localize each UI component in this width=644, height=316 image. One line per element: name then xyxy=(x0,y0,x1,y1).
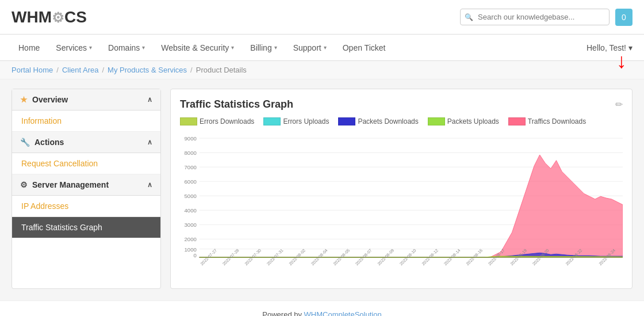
main-nav: Home Services ▾ Domains ▾ Website & Secu… xyxy=(0,35,644,61)
chevron-down-icon: ▾ xyxy=(89,44,92,51)
search-area: 0 xyxy=(460,9,632,26)
breadcrumb-my-products[interactable]: My Products & Services xyxy=(108,66,187,74)
breadcrumb-sep-2: / xyxy=(102,66,104,74)
main-content: Traffic Statistics Graph ✏ Errors Downlo… xyxy=(170,89,632,289)
sidebar-section-actions-title: Actions xyxy=(34,138,64,147)
breadcrumb-client-area[interactable]: Client Area xyxy=(62,66,99,74)
footer: Powered by WHMCompleteSolution xyxy=(0,300,644,316)
content-area: ★ Overview ∧ Information 🔧 Actions ∧ Req… xyxy=(0,79,644,298)
sidebar: ★ Overview ∧ Information 🔧 Actions ∧ Req… xyxy=(12,89,161,289)
sidebar-section-actions[interactable]: 🔧 Actions ∧ xyxy=(12,132,160,153)
legend-color-errors-downloads xyxy=(180,117,197,125)
svg-text:8000: 8000 xyxy=(184,150,196,156)
legend-color-errors-uploads xyxy=(263,117,281,125)
sidebar-section-overview[interactable]: ★ Overview ∧ xyxy=(12,89,160,111)
footer-link[interactable]: WHMCompleteSolution xyxy=(304,310,382,316)
nav-support[interactable]: Support ▾ xyxy=(286,36,334,59)
legend-errors-uploads: Errors Uploads xyxy=(263,117,329,125)
chevron-up-icon: ∧ xyxy=(147,181,152,189)
logo-text: WHM⚙CS xyxy=(12,8,87,26)
logo-gear-icon: ⚙ xyxy=(52,10,64,25)
chevron-down-icon: ▾ xyxy=(142,44,145,51)
sidebar-section-overview-title: Overview xyxy=(32,95,68,104)
sidebar-section-server-management[interactable]: ⚙ Server Management ∧ xyxy=(12,174,160,196)
svg-text:0: 0 xyxy=(194,252,197,258)
svg-text:9000: 9000 xyxy=(184,135,196,142)
chart-svg: 9000 8000 7000 6000 5000 4000 3000 2000 … xyxy=(180,130,623,268)
breadcrumb: Portal Home / Client Area / My Products … xyxy=(0,61,644,79)
nav-billing[interactable]: Billing ▾ xyxy=(243,36,283,59)
chevron-down-icon: ▾ xyxy=(324,44,327,51)
sidebar-section-sm-title: Server Management xyxy=(32,180,109,189)
svg-text:2000: 2000 xyxy=(184,236,196,242)
top-navbar: WHM⚙CS 0 xyxy=(0,0,644,35)
legend-color-packets-downloads xyxy=(338,117,355,125)
nav-open-ticket[interactable]: Open Ticket xyxy=(336,36,393,59)
chart-title: Traffic Statistics Graph xyxy=(180,98,293,111)
sidebar-section-overview-left: ★ Overview xyxy=(20,95,68,104)
search-wrapper xyxy=(460,9,610,25)
svg-text:4000: 4000 xyxy=(184,207,196,214)
chart-legend: Errors Downloads Errors Uploads Packets … xyxy=(180,117,623,125)
sidebar-item-ip-addresses[interactable]: IP Addresses xyxy=(12,196,160,217)
breadcrumb-sep-1: / xyxy=(56,66,59,74)
main-nav-left: Home Services ▾ Domains ▾ Website & Secu… xyxy=(12,36,392,59)
sidebar-section-actions-left: 🔧 Actions xyxy=(20,138,64,147)
chevron-down-icon: ▾ xyxy=(231,44,234,51)
svg-marker-20 xyxy=(200,155,623,257)
red-arrow-indicator: ↓ xyxy=(616,51,627,71)
sidebar-section-sm-left: ⚙ Server Management xyxy=(20,180,109,189)
sidebar-item-request-cancellation[interactable]: Request Cancellation xyxy=(12,153,160,174)
nav-domains[interactable]: Domains ▾ xyxy=(101,36,152,59)
svg-text:5000: 5000 xyxy=(184,193,196,199)
cart-count: 0 xyxy=(622,13,626,22)
chevron-down-icon: ▾ xyxy=(274,44,277,51)
chart-title-row: Traffic Statistics Graph ✏ xyxy=(180,98,623,111)
wrench-icon: 🔧 xyxy=(20,138,30,147)
nav-website-security[interactable]: Website & Security ▾ xyxy=(154,36,241,59)
legend-color-traffics-downloads xyxy=(508,117,526,125)
sidebar-item-information[interactable]: Information xyxy=(12,111,160,132)
svg-text:6000: 6000 xyxy=(184,178,196,185)
chevron-up-icon: ∧ xyxy=(147,138,152,146)
breadcrumb-product-details: Product Details xyxy=(196,66,247,74)
breadcrumb-sep-3: / xyxy=(190,66,193,74)
edit-icon[interactable]: ✏ xyxy=(615,99,623,110)
cart-button[interactable]: 0 xyxy=(615,9,632,26)
search-input[interactable] xyxy=(460,9,610,25)
legend-color-packets-uploads xyxy=(428,117,445,125)
breadcrumb-portal-home[interactable]: Portal Home xyxy=(12,66,53,74)
legend-packets-uploads: Packets Uploads xyxy=(428,117,499,125)
gear-icon: ⚙ xyxy=(20,180,28,189)
legend-traffics-downloads: Traffics Downloads xyxy=(508,117,586,125)
nav-home[interactable]: Home xyxy=(12,36,47,59)
nav-services[interactable]: Services ▾ xyxy=(49,36,99,59)
star-icon: ★ xyxy=(20,95,28,104)
chevron-up-icon: ∧ xyxy=(147,96,152,104)
chart-container: 9000 8000 7000 6000 5000 4000 3000 2000 … xyxy=(180,130,623,268)
logo: WHM⚙CS xyxy=(12,8,87,26)
svg-text:7000: 7000 xyxy=(184,164,196,170)
svg-text:3000: 3000 xyxy=(184,222,196,228)
sidebar-item-traffic-statistics-graph[interactable]: Traffic Statistics Graph xyxy=(12,217,160,238)
chevron-down-icon: ▾ xyxy=(628,43,632,52)
legend-packets-downloads: Packets Downloads xyxy=(338,117,418,125)
legend-errors-downloads: Errors Downloads xyxy=(180,117,254,125)
